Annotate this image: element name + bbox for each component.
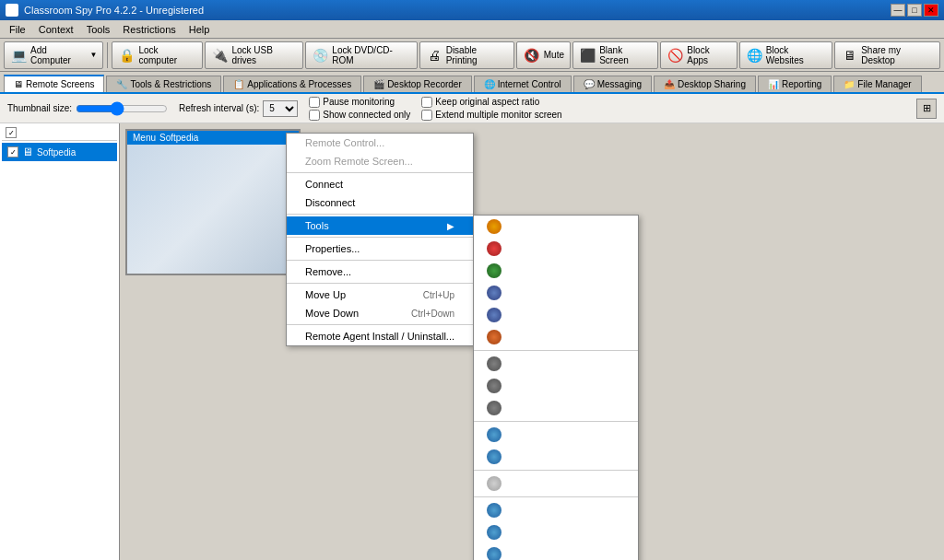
ctx-tools-arrow: ▶ (447, 221, 454, 231)
lock-dvd-button[interactable]: 💿 Lock DVD/CD-ROM (305, 41, 417, 69)
ctx-tools[interactable]: Tools ▶ Power On Power Off Reboot (287, 216, 473, 235)
tab-internet-control[interactable]: 🌐 Internet Control (474, 76, 572, 92)
tab-file-manager[interactable]: 📁 File Manager (833, 76, 921, 92)
ctx-remote-control[interactable]: Remote Control... (287, 134, 473, 152)
sidebar-item-softpedia[interactable]: ✓ 🖥 Softpedia (2, 143, 117, 161)
ctx-disconnect-label: Disconnect (305, 197, 355, 208)
toolbar-separator-1 (107, 42, 108, 68)
lock-usb-button[interactable]: 🔌 Lock USB drives (205, 41, 303, 69)
tab-remote-screens-label: Remote Screens (26, 79, 94, 89)
submenu-reboot[interactable]: Reboot (474, 260, 638, 282)
tab-reporting[interactable]: 📊 Reporting (758, 76, 832, 92)
thumbnail-size-label: Thumbnail size: (7, 103, 72, 113)
lock-dvd-label: Lock DVD/CD-ROM (332, 45, 410, 65)
ctx-properties[interactable]: Properties... (287, 239, 473, 258)
apps-icon: 📋 (233, 79, 244, 89)
ctx-connect-label: Connect (305, 179, 343, 190)
power-off-icon (487, 241, 502, 256)
ctx-zoom-remote[interactable]: Zoom Remote Screen... (287, 152, 473, 170)
lock-computer-button[interactable]: 🔒 Lock computer (112, 41, 203, 69)
block-websites-button[interactable]: 🌐 Block Websites (739, 41, 832, 69)
menu-file[interactable]: File (4, 22, 31, 37)
submenu-lock-computer[interactable]: Lock computer (474, 375, 638, 397)
submenu-clear-desktop[interactable]: Clear desktop (474, 472, 638, 495)
tab-remote-screens[interactable]: 🖥 Remote Screens (4, 75, 104, 92)
tab-applications[interactable]: 📋 Applications & Processes (223, 76, 361, 92)
show-connected-checkbox[interactable] (309, 110, 320, 121)
start-screensaver-label: Start screensaver (507, 429, 586, 440)
select-all-checkbox[interactable]: ✓ (6, 127, 17, 138)
add-computer-button[interactable]: 💻 Add Computer ▼ (4, 41, 103, 69)
submenu-lock-dvd[interactable]: Lock DVD/CD-ROM (474, 543, 638, 560)
reporting-icon: 📊 (768, 79, 779, 89)
mute-button[interactable]: 🔇 Mute (516, 41, 571, 69)
ctx-remote-agent[interactable]: Remote Agent Install / Uninstall... (287, 327, 473, 345)
pause-monitoring-checkbox[interactable] (309, 97, 320, 108)
menu-help[interactable]: Help (183, 22, 216, 37)
submenu-lock-usb[interactable]: Lock USB drives (474, 499, 638, 521)
submenu-power-on[interactable]: Power On (474, 216, 638, 238)
submenu-lock-workstation[interactable]: Lock workstation (474, 353, 638, 375)
close-button[interactable]: ✕ (924, 4, 938, 17)
ctx-move-up-shortcut: Ctrl+Up (423, 290, 454, 300)
submenu-hibernate[interactable]: Hibernate (474, 304, 638, 326)
thumbnail-size-slider[interactable] (76, 102, 168, 115)
extend-monitor-checkbox[interactable] (421, 110, 432, 121)
ctx-disconnect[interactable]: Disconnect (287, 193, 473, 212)
block-apps-icon: 🚫 (667, 46, 684, 64)
logoff-icon (487, 330, 502, 344)
ctx-sep-1 (287, 172, 473, 173)
block-websites-label: Block Websites (766, 45, 826, 65)
checkboxes-left: Pause monitoring Show connected only (309, 97, 410, 121)
ctx-connect[interactable]: Connect (287, 175, 473, 193)
menu-restrictions[interactable]: Restrictions (117, 22, 181, 37)
menu-tools[interactable]: Tools (81, 22, 116, 37)
restore-button[interactable]: □ (907, 4, 922, 17)
titlebar: 🖥 Classroom Spy Pro 4.2.2 - Unregistered… (0, 0, 944, 20)
extend-monitor-row: Extend multiple monitor screen (421, 110, 561, 121)
submenu-start-screensaver[interactable]: Start screensaver (474, 424, 638, 446)
block-apps-button[interactable]: 🚫 Block Apps (660, 41, 738, 69)
ctx-move-up[interactable]: Move Up Ctrl+Up (287, 286, 473, 304)
lock-computer-icon: 🔒 (118, 46, 136, 64)
tools-submenu: Power On Power Off Reboot Stand by (473, 215, 639, 560)
submenu-logoff[interactable]: Log off (474, 326, 638, 348)
standby-icon (487, 286, 502, 300)
show-connected-row: Show connected only (309, 110, 410, 121)
ctx-move-down-label: Move Down (305, 308, 359, 319)
tab-messaging[interactable]: 💬 Messaging (573, 76, 652, 92)
submenu-unlock-computer[interactable]: Unlock computer (474, 397, 638, 419)
tab-tools-restrictions[interactable]: 🔧 Tools & Restrictions (106, 76, 221, 92)
lock-dvd-sub-label: Lock DVD/CD-ROM (507, 549, 597, 560)
power-on-icon (487, 219, 502, 234)
lock-workstation-icon (487, 356, 502, 371)
reboot-icon (487, 263, 502, 278)
hibernate-label: Hibernate (507, 309, 551, 321)
submenu-stop-screensaver[interactable]: Stop screensaver (474, 446, 638, 468)
submenu-standby[interactable]: Stand by (474, 282, 638, 304)
blank-screen-button[interactable]: ⬛ Blank Screen (572, 41, 658, 69)
submenu-power-off[interactable]: Power Off (474, 238, 638, 260)
tab-sharing-label: Desktop Sharing (678, 79, 746, 89)
grid-view-button[interactable]: ⊞ (916, 99, 937, 119)
tab-desktop-sharing[interactable]: 📤 Desktop Sharing (654, 76, 756, 92)
tab-desktop-recorder[interactable]: 🎬 Desktop Recorder (363, 76, 472, 92)
clear-desktop-label: Clear desktop (507, 478, 570, 489)
keep-aspect-checkbox[interactable] (421, 97, 432, 108)
sub-sep-3 (474, 470, 638, 471)
keep-aspect-row: Keep original aspect ratio (421, 97, 561, 108)
ctx-remove[interactable]: Remove... (287, 262, 473, 281)
unlock-computer-icon (487, 401, 502, 415)
content-area: Menu Softpedia Remote Control... Zoom Re… (120, 123, 944, 560)
main-area: ✓ ✓ 🖥 Softpedia Menu Softpedia Remote Co… (0, 123, 944, 560)
menu-context[interactable]: Context (33, 22, 79, 37)
refresh-select[interactable]: 5 10 15 30 (263, 100, 298, 117)
disable-printing-button[interactable]: 🖨 Disable Printing (419, 41, 514, 69)
share-desktop-button[interactable]: 🖥 Share my Desktop (834, 41, 940, 69)
ctx-move-down[interactable]: Move Down Ctrl+Down (287, 304, 473, 322)
ctx-zoom-label: Zoom Remote Screen... (305, 156, 413, 167)
submenu-unlock-usb[interactable]: Unlock USB drives (474, 521, 638, 543)
minimize-button[interactable]: — (891, 4, 905, 17)
stop-screensaver-label: Stop screensaver (507, 451, 586, 462)
lock-computer-sub-label: Lock computer (507, 380, 573, 391)
